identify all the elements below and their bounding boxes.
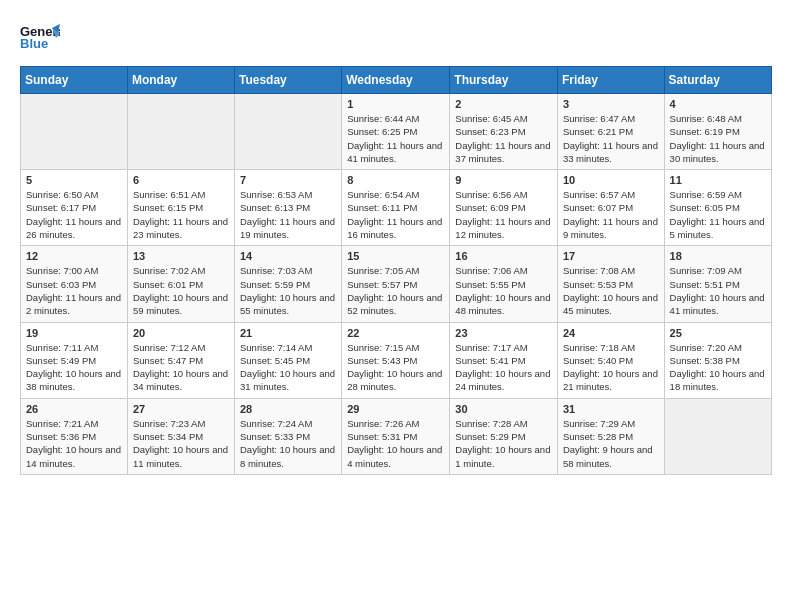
cell-info: Sunrise: 7:12 AMSunset: 5:47 PMDaylight:…: [133, 342, 228, 393]
cell-info: Sunrise: 6:51 AMSunset: 6:15 PMDaylight:…: [133, 189, 228, 240]
header-day-thursday: Thursday: [450, 67, 558, 94]
cell-info: Sunrise: 7:15 AMSunset: 5:43 PMDaylight:…: [347, 342, 442, 393]
calendar-cell: [21, 94, 128, 170]
cell-info: Sunrise: 6:47 AMSunset: 6:21 PMDaylight:…: [563, 113, 658, 164]
cell-info: Sunrise: 6:44 AMSunset: 6:25 PMDaylight:…: [347, 113, 442, 164]
day-number: 1: [347, 98, 444, 110]
cell-info: Sunrise: 7:29 AMSunset: 5:28 PMDaylight:…: [563, 418, 653, 469]
calendar-cell: 26 Sunrise: 7:21 AMSunset: 5:36 PMDaylig…: [21, 398, 128, 474]
day-number: 4: [670, 98, 766, 110]
calendar-week-row: 19 Sunrise: 7:11 AMSunset: 5:49 PMDaylig…: [21, 322, 772, 398]
cell-info: Sunrise: 7:02 AMSunset: 6:01 PMDaylight:…: [133, 265, 228, 316]
calendar-cell: 22 Sunrise: 7:15 AMSunset: 5:43 PMDaylig…: [342, 322, 450, 398]
cell-info: Sunrise: 6:59 AMSunset: 6:05 PMDaylight:…: [670, 189, 765, 240]
calendar-cell: 14 Sunrise: 7:03 AMSunset: 5:59 PMDaylig…: [235, 246, 342, 322]
calendar-cell: 13 Sunrise: 7:02 AMSunset: 6:01 PMDaylig…: [127, 246, 234, 322]
cell-info: Sunrise: 6:54 AMSunset: 6:11 PMDaylight:…: [347, 189, 442, 240]
day-number: 20: [133, 327, 229, 339]
calendar-cell: 12 Sunrise: 7:00 AMSunset: 6:03 PMDaylig…: [21, 246, 128, 322]
calendar-cell: 18 Sunrise: 7:09 AMSunset: 5:51 PMDaylig…: [664, 246, 771, 322]
cell-info: Sunrise: 7:06 AMSunset: 5:55 PMDaylight:…: [455, 265, 550, 316]
calendar-cell: 28 Sunrise: 7:24 AMSunset: 5:33 PMDaylig…: [235, 398, 342, 474]
cell-info: Sunrise: 7:14 AMSunset: 5:45 PMDaylight:…: [240, 342, 335, 393]
calendar-cell: 30 Sunrise: 7:28 AMSunset: 5:29 PMDaylig…: [450, 398, 558, 474]
svg-text:Blue: Blue: [20, 36, 48, 51]
calendar-cell: 9 Sunrise: 6:56 AMSunset: 6:09 PMDayligh…: [450, 170, 558, 246]
calendar-cell: 3 Sunrise: 6:47 AMSunset: 6:21 PMDayligh…: [557, 94, 664, 170]
day-number: 26: [26, 403, 122, 415]
calendar-cell: 7 Sunrise: 6:53 AMSunset: 6:13 PMDayligh…: [235, 170, 342, 246]
cell-info: Sunrise: 7:28 AMSunset: 5:29 PMDaylight:…: [455, 418, 550, 469]
calendar-cell: 10 Sunrise: 6:57 AMSunset: 6:07 PMDaylig…: [557, 170, 664, 246]
day-number: 23: [455, 327, 552, 339]
day-number: 5: [26, 174, 122, 186]
day-number: 16: [455, 250, 552, 262]
day-number: 19: [26, 327, 122, 339]
day-number: 8: [347, 174, 444, 186]
header-day-friday: Friday: [557, 67, 664, 94]
cell-info: Sunrise: 7:08 AMSunset: 5:53 PMDaylight:…: [563, 265, 658, 316]
calendar-cell: [127, 94, 234, 170]
day-number: 22: [347, 327, 444, 339]
logo-icon: General Blue: [20, 20, 60, 56]
calendar-cell: 16 Sunrise: 7:06 AMSunset: 5:55 PMDaylig…: [450, 246, 558, 322]
day-number: 15: [347, 250, 444, 262]
calendar-week-row: 5 Sunrise: 6:50 AMSunset: 6:17 PMDayligh…: [21, 170, 772, 246]
day-number: 28: [240, 403, 336, 415]
calendar-cell: 27 Sunrise: 7:23 AMSunset: 5:34 PMDaylig…: [127, 398, 234, 474]
calendar-header-row: SundayMondayTuesdayWednesdayThursdayFrid…: [21, 67, 772, 94]
calendar-cell: 21 Sunrise: 7:14 AMSunset: 5:45 PMDaylig…: [235, 322, 342, 398]
calendar-cell: [235, 94, 342, 170]
page-header: General Blue: [20, 20, 772, 56]
day-number: 27: [133, 403, 229, 415]
cell-info: Sunrise: 7:21 AMSunset: 5:36 PMDaylight:…: [26, 418, 121, 469]
day-number: 24: [563, 327, 659, 339]
day-number: 6: [133, 174, 229, 186]
cell-info: Sunrise: 6:50 AMSunset: 6:17 PMDaylight:…: [26, 189, 121, 240]
day-number: 7: [240, 174, 336, 186]
day-number: 30: [455, 403, 552, 415]
header-day-monday: Monday: [127, 67, 234, 94]
logo: General Blue: [20, 20, 60, 56]
day-number: 11: [670, 174, 766, 186]
calendar-cell: 23 Sunrise: 7:17 AMSunset: 5:41 PMDaylig…: [450, 322, 558, 398]
cell-info: Sunrise: 7:09 AMSunset: 5:51 PMDaylight:…: [670, 265, 765, 316]
day-number: 21: [240, 327, 336, 339]
cell-info: Sunrise: 7:18 AMSunset: 5:40 PMDaylight:…: [563, 342, 658, 393]
day-number: 17: [563, 250, 659, 262]
calendar-cell: 5 Sunrise: 6:50 AMSunset: 6:17 PMDayligh…: [21, 170, 128, 246]
calendar-cell: 11 Sunrise: 6:59 AMSunset: 6:05 PMDaylig…: [664, 170, 771, 246]
day-number: 2: [455, 98, 552, 110]
cell-info: Sunrise: 6:45 AMSunset: 6:23 PMDaylight:…: [455, 113, 550, 164]
cell-info: Sunrise: 6:48 AMSunset: 6:19 PMDaylight:…: [670, 113, 765, 164]
calendar-cell: 31 Sunrise: 7:29 AMSunset: 5:28 PMDaylig…: [557, 398, 664, 474]
calendar-cell: 24 Sunrise: 7:18 AMSunset: 5:40 PMDaylig…: [557, 322, 664, 398]
calendar-week-row: 26 Sunrise: 7:21 AMSunset: 5:36 PMDaylig…: [21, 398, 772, 474]
day-number: 29: [347, 403, 444, 415]
day-number: 10: [563, 174, 659, 186]
calendar-cell: 6 Sunrise: 6:51 AMSunset: 6:15 PMDayligh…: [127, 170, 234, 246]
calendar-cell: 15 Sunrise: 7:05 AMSunset: 5:57 PMDaylig…: [342, 246, 450, 322]
calendar-cell: 29 Sunrise: 7:26 AMSunset: 5:31 PMDaylig…: [342, 398, 450, 474]
day-number: 9: [455, 174, 552, 186]
calendar-cell: 17 Sunrise: 7:08 AMSunset: 5:53 PMDaylig…: [557, 246, 664, 322]
cell-info: Sunrise: 7:23 AMSunset: 5:34 PMDaylight:…: [133, 418, 228, 469]
calendar-cell: 1 Sunrise: 6:44 AMSunset: 6:25 PMDayligh…: [342, 94, 450, 170]
day-number: 18: [670, 250, 766, 262]
cell-info: Sunrise: 7:26 AMSunset: 5:31 PMDaylight:…: [347, 418, 442, 469]
calendar-week-row: 12 Sunrise: 7:00 AMSunset: 6:03 PMDaylig…: [21, 246, 772, 322]
cell-info: Sunrise: 7:05 AMSunset: 5:57 PMDaylight:…: [347, 265, 442, 316]
header-day-tuesday: Tuesday: [235, 67, 342, 94]
calendar-cell: 2 Sunrise: 6:45 AMSunset: 6:23 PMDayligh…: [450, 94, 558, 170]
day-number: 3: [563, 98, 659, 110]
calendar-cell: 20 Sunrise: 7:12 AMSunset: 5:47 PMDaylig…: [127, 322, 234, 398]
day-number: 14: [240, 250, 336, 262]
cell-info: Sunrise: 6:57 AMSunset: 6:07 PMDaylight:…: [563, 189, 658, 240]
calendar-cell: 25 Sunrise: 7:20 AMSunset: 5:38 PMDaylig…: [664, 322, 771, 398]
day-number: 31: [563, 403, 659, 415]
cell-info: Sunrise: 7:20 AMSunset: 5:38 PMDaylight:…: [670, 342, 765, 393]
header-day-sunday: Sunday: [21, 67, 128, 94]
calendar-cell: [664, 398, 771, 474]
header-day-saturday: Saturday: [664, 67, 771, 94]
day-number: 13: [133, 250, 229, 262]
